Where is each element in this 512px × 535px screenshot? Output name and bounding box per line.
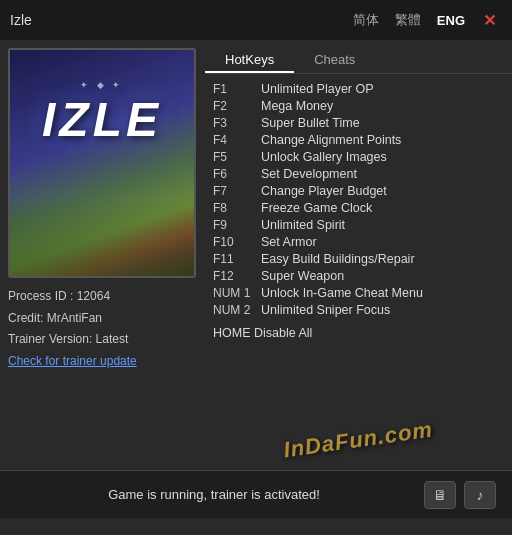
hotkey-row: F9Unlimited Spirit [213,216,504,233]
process-id: Process ID : 12064 [8,286,197,308]
trainer-value: Latest [96,332,129,346]
credit-label: Credit: [8,311,43,325]
tab-cheats[interactable]: Cheats [294,48,375,73]
hotkeys-list: F1Unlimited Player OPF2Mega MoneyF3Super… [205,74,512,410]
hotkey-description: Unlimited Player OP [261,82,374,96]
hotkey-row: F1Unlimited Player OP [213,80,504,97]
tab-bar: HotKeys Cheats [205,40,512,74]
hotkey-description: Unlimited Spirit [261,218,345,232]
status-bar: Game is running, trainer is activated! 🖥… [0,470,512,518]
hotkey-description: Super Bullet Time [261,116,360,130]
main-content: ✦ ◆ ✦ IZLE Process ID : 12064 Credit: Mr… [0,40,512,470]
title-bar: Izle 简体 繁體 ENG ✕ [0,0,512,40]
lang-traditional-button[interactable]: 繁體 [391,9,425,31]
music-icon-button[interactable]: ♪ [464,481,496,509]
hotkey-key: F7 [213,184,261,198]
hotkey-row: F3Super Bullet Time [213,114,504,131]
hotkey-key: F11 [213,252,261,266]
hotkey-key: F5 [213,150,261,164]
language-selector: 简体 繁體 ENG ✕ [349,9,502,32]
hotkey-key: F6 [213,167,261,181]
trainer-version-line: Trainer Version: Latest [8,329,197,351]
hotkey-row: NUM 1Unlock In-Game Cheat Menu [213,284,504,301]
watermark: InDaFun.com [205,410,512,470]
check-update-link[interactable]: Check for trainer update [8,354,137,368]
hotkey-key: F2 [213,99,261,113]
lang-simple-button[interactable]: 简体 [349,9,383,31]
hotkey-row: F4Change Alignment Points [213,131,504,148]
game-logo: IZLE [42,92,162,147]
hotkey-key: F8 [213,201,261,215]
hotkey-row: F12Super Weapon [213,267,504,284]
hotkey-row: F6Set Development [213,165,504,182]
hotkey-description: Set Armor [261,235,317,249]
hotkey-row: F7Change Player Budget [213,182,504,199]
hotkey-description: Set Development [261,167,357,181]
close-button[interactable]: ✕ [477,9,502,32]
hotkey-key: F1 [213,82,261,96]
credit-line: Credit: MrAntiFan [8,308,197,330]
process-info: Process ID : 12064 Credit: MrAntiFan Tra… [8,286,197,372]
hotkey-key: NUM 1 [213,286,261,300]
hotkey-description: Change Player Budget [261,184,387,198]
hotkey-key: F12 [213,269,261,283]
hotkey-row: F10Set Armor [213,233,504,250]
status-message: Game is running, trainer is activated! [16,487,412,502]
hotkey-row: F5Unlock Gallery Images [213,148,504,165]
hotkey-row: F11Easy Build Buildings/Repair [213,250,504,267]
lang-english-button[interactable]: ENG [433,11,469,30]
app-title: Izle [10,12,349,28]
status-icons: 🖥 ♪ [424,481,496,509]
hotkey-key: F10 [213,235,261,249]
hotkey-description: Super Weapon [261,269,344,283]
home-action-row: HOME Disable All [213,326,504,340]
hotkey-key: F3 [213,116,261,130]
tab-hotkeys[interactable]: HotKeys [205,48,294,73]
hotkey-description: Freeze Game Clock [261,201,372,215]
hotkey-description: Easy Build Buildings/Repair [261,252,415,266]
left-panel: ✦ ◆ ✦ IZLE Process ID : 12064 Credit: Mr… [0,40,205,470]
watermark-text: InDaFun.com [282,417,434,464]
hotkey-row: F2Mega Money [213,97,504,114]
logo-decoration: ✦ ◆ ✦ [80,80,123,90]
right-panel: HotKeys Cheats F1Unlimited Player OPF2Me… [205,40,512,470]
hotkey-key: F9 [213,218,261,232]
hotkey-row: NUM 2Unlimited Sniper Focus [213,301,504,318]
game-cover-image: ✦ ◆ ✦ IZLE [8,48,196,278]
hotkey-description: Unlock In-Game Cheat Menu [261,286,423,300]
hotkey-description: Unlimited Sniper Focus [261,303,390,317]
monitor-icon-button[interactable]: 🖥 [424,481,456,509]
hotkey-description: Mega Money [261,99,333,113]
hotkey-key: NUM 2 [213,303,261,317]
hotkey-key: F4 [213,133,261,147]
hotkey-description: Unlock Gallery Images [261,150,387,164]
credit-value: MrAntiFan [47,311,102,325]
hotkey-description: Change Alignment Points [261,133,401,147]
trainer-label: Trainer Version: [8,332,92,346]
hotkey-row: F8Freeze Game Clock [213,199,504,216]
